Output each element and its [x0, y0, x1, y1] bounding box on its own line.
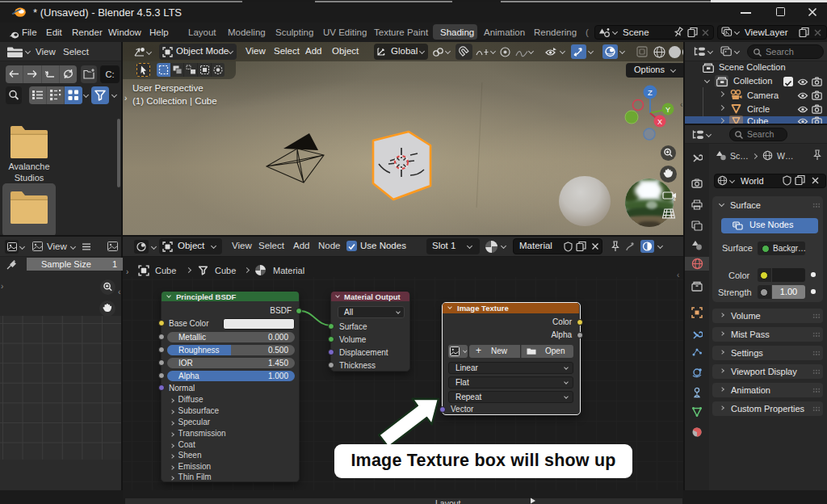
- svg-text:4: 4: [673, 196, 676, 202]
- svg-text:Z: Z: [648, 88, 653, 97]
- svg-text:Y: Y: [665, 106, 670, 114]
- svg-text:X: X: [657, 118, 662, 126]
